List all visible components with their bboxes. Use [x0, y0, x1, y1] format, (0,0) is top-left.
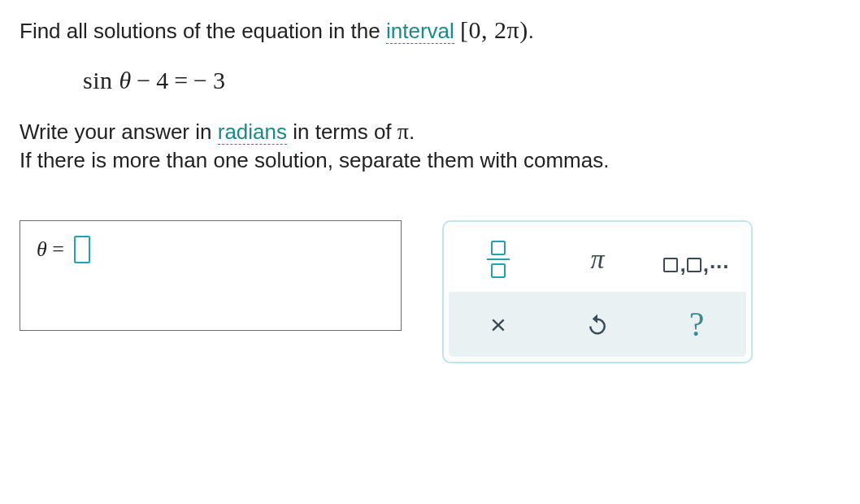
pi-button[interactable]: π: [548, 227, 647, 292]
answer-input[interactable]: [74, 236, 90, 263]
equation: sin θ − 4 = − 3: [83, 67, 840, 94]
clear-button[interactable]: ×: [449, 292, 548, 357]
fraction-icon: [487, 241, 510, 279]
radians-link[interactable]: radians: [218, 119, 287, 145]
help-icon: ?: [689, 305, 705, 344]
list-icon: ,,...: [663, 247, 729, 272]
answer-label: θ =: [37, 237, 64, 262]
text: Find all solutions of the equation in th…: [20, 19, 386, 43]
list-button[interactable]: ,,...: [647, 227, 746, 292]
question-line-1: Find all solutions of the equation in th…: [20, 16, 840, 44]
question-line-2: Write your answer in radians in terms of…: [20, 119, 840, 145]
fraction-button[interactable]: [449, 227, 548, 292]
question-line-3: If there is more than one solution, sepa…: [20, 148, 840, 173]
interval-link[interactable]: interval: [386, 19, 454, 44]
symbol-palette: π ,,... × ?: [442, 220, 753, 363]
undo-button[interactable]: [548, 292, 647, 357]
close-icon: ×: [490, 309, 506, 341]
answer-box[interactable]: θ =: [20, 220, 402, 331]
interval-expression: [0, 2π): [460, 16, 528, 43]
undo-icon: [585, 312, 610, 337]
help-button[interactable]: ?: [647, 292, 746, 357]
